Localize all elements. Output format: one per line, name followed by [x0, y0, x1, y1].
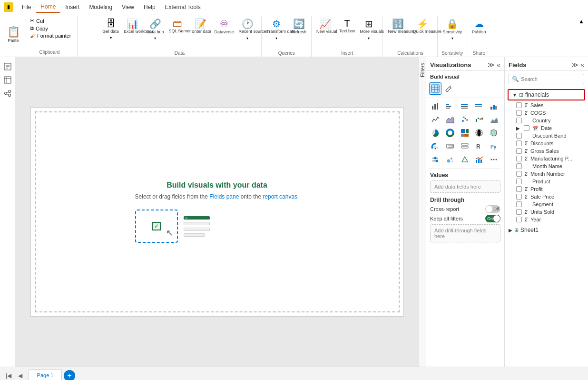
viz-slicer-icon[interactable]	[429, 153, 441, 166]
viz-drill-drop-zone[interactable]: Add drill-through fields here	[430, 224, 500, 242]
viz-area-chart-icon[interactable]	[444, 113, 456, 126]
viz-scatter-icon[interactable]	[459, 113, 471, 126]
viz-waterfall-icon[interactable]	[473, 113, 485, 126]
fields-search-input[interactable]	[521, 76, 581, 82]
keep-filters-toggle[interactable]: On	[485, 215, 500, 222]
field-checkbox-month-name[interactable]	[516, 163, 522, 169]
field-item-manufacturing-price[interactable]: Σ Manufacturing P...	[505, 155, 588, 162]
canvas-area[interactable]: Build visuals with your data Select or d…	[15, 57, 419, 367]
viz-donut-chart-icon[interactable]	[444, 127, 456, 139]
field-item-product[interactable]: Product	[505, 178, 588, 185]
menu-external-tools[interactable]: External Tools	[160, 2, 206, 12]
field-item-sales[interactable]: Σ Sales	[505, 101, 588, 109]
menu-help[interactable]: Help	[139, 2, 160, 12]
transform-button[interactable]: ⚙ Transform data	[265, 17, 288, 42]
cut-button[interactable]: ✂ Cut	[28, 17, 73, 24]
viz-table-icon[interactable]	[429, 82, 441, 95]
fields-panel-collapse-icon[interactable]: «	[580, 61, 584, 69]
financials-group-header[interactable]: ▼ ⊞ financials	[509, 90, 584, 100]
field-item-year[interactable]: Σ Year	[505, 216, 588, 223]
viz-pie-chart-icon[interactable]	[429, 127, 441, 139]
fields-search-box[interactable]: 🔍	[509, 74, 584, 84]
viz-gauge-icon[interactable]	[429, 140, 441, 152]
copy-button[interactable]: ⧉ Copy	[28, 25, 73, 32]
field-checkbox-segment[interactable]	[516, 201, 522, 207]
menu-home[interactable]: Home	[36, 1, 60, 13]
quick-measure-button[interactable]: ⚡ Quick measure	[411, 17, 434, 35]
viz-100-stacked-bar-icon[interactable]	[473, 100, 485, 112]
field-item-discounts[interactable]: Σ Discounts	[505, 140, 588, 147]
prev-page-button[interactable]: ◀	[15, 371, 25, 380]
menu-file[interactable]: File	[17, 2, 36, 12]
viz-filled-map-icon[interactable]	[488, 127, 500, 139]
enter-data-button[interactable]: 📝 Enter data	[189, 17, 211, 35]
publish-button[interactable]: ☁ Publish	[470, 17, 488, 35]
field-checkbox-sales[interactable]	[516, 102, 522, 108]
viz-r-visual-icon[interactable]: R	[473, 140, 485, 152]
field-checkbox-sale-price[interactable]	[516, 194, 522, 200]
field-item-units-sold[interactable]: Σ Units Sold	[505, 208, 588, 216]
get-data-button[interactable]: 🗄 Get data	[100, 17, 121, 41]
menu-view[interactable]: View	[117, 2, 139, 12]
menu-insert[interactable]: Insert	[60, 2, 84, 12]
field-item-date[interactable]: ▶ 📅 Date	[505, 124, 588, 132]
viz-panel-expand-icon[interactable]: ≫	[488, 61, 495, 69]
viz-kpi-icon[interactable]: ↑	[459, 153, 471, 166]
viz-bar-chart-icon[interactable]	[429, 100, 441, 112]
viz-bar-line-icon[interactable]	[473, 153, 485, 166]
field-checkbox-gross-sales[interactable]	[516, 148, 522, 154]
viz-line-chart-icon[interactable]	[429, 113, 441, 126]
field-item-discount-band[interactable]: Discount Band	[505, 132, 588, 140]
text-box-button[interactable]: T Text box	[337, 17, 357, 35]
ribbon-collapse-button[interactable]: ▲	[575, 16, 588, 27]
field-checkbox-units-sold[interactable]	[516, 209, 522, 215]
field-checkbox-manufacturing-price[interactable]	[516, 156, 522, 161]
new-visual-button[interactable]: 📈 New visual	[314, 17, 336, 35]
fields-panel-expand-icon[interactable]: ≫	[571, 61, 578, 69]
field-checkbox-year[interactable]	[516, 217, 522, 222]
field-item-gross-sales[interactable]: Σ Gross Sales	[505, 147, 588, 155]
field-checkbox-cogs[interactable]	[516, 110, 522, 116]
more-visuals-button[interactable]: ⊞ More visuals	[358, 17, 380, 42]
viz-card-icon[interactable]: 123	[444, 140, 456, 152]
viz-values-drop-zone[interactable]: Add data fields here	[430, 180, 500, 193]
page-1-tab[interactable]: Page 1	[29, 369, 62, 380]
field-checkbox-product[interactable]	[516, 179, 522, 184]
field-checkbox-country[interactable]	[516, 118, 522, 123]
cross-report-toggle[interactable]: Off	[485, 205, 500, 213]
field-item-sale-price[interactable]: Σ Sale Price	[505, 193, 588, 200]
sensitivity-button[interactable]: 🔒 Sensitivity	[441, 17, 464, 42]
field-item-cogs[interactable]: Σ COGS	[505, 109, 588, 117]
viz-column-chart-icon[interactable]	[488, 100, 500, 112]
field-checkbox-month-number[interactable]	[516, 171, 522, 177]
add-page-button[interactable]: +	[64, 370, 75, 380]
viz-stacked-bar-icon[interactable]	[459, 100, 471, 112]
viz-pencil-icon[interactable]	[442, 82, 455, 95]
report-view-icon[interactable]	[2, 61, 13, 72]
paste-button[interactable]: 📋 Paste	[4, 25, 23, 44]
field-item-country[interactable]: Country	[505, 117, 588, 124]
format-painter-button[interactable]: 🖌 Format painter	[28, 32, 73, 39]
field-checkbox-discount-band[interactable]	[516, 133, 522, 139]
model-view-icon[interactable]	[2, 88, 13, 99]
viz-ribbon-chart-icon[interactable]	[488, 113, 500, 126]
dataverse-button[interactable]: ♾ Dataverse	[212, 17, 235, 35]
field-checkbox-date[interactable]	[524, 125, 529, 131]
field-item-month-name[interactable]: Month Name	[505, 162, 588, 170]
first-page-button[interactable]: |◀	[4, 371, 13, 380]
viz-clustered-bar-icon[interactable]	[444, 100, 456, 112]
viz-map-icon[interactable]	[473, 127, 485, 139]
data-hub-button[interactable]: 🔗 Data hub	[145, 17, 166, 42]
field-checkbox-discounts[interactable]	[516, 140, 522, 146]
viz-python-icon[interactable]: Py	[488, 140, 500, 152]
viz-bubble-chart-icon[interactable]	[444, 153, 456, 166]
sheet1-group-header[interactable]: ▶ ⊞ Sheet1	[505, 225, 588, 235]
table-view-icon[interactable]	[2, 74, 13, 86]
viz-more-icon[interactable]	[488, 153, 500, 166]
excel-button[interactable]: 📊 Excel workbook	[122, 17, 144, 35]
new-measure-button[interactable]: 🔢 New measure	[386, 17, 410, 35]
viz-panel-collapse-icon[interactable]: «	[497, 61, 500, 69]
field-item-profit[interactable]: Σ Profit	[505, 185, 588, 193]
viz-treemap-icon[interactable]	[459, 127, 471, 139]
refresh-button[interactable]: 🔄 Refresh	[289, 17, 308, 35]
